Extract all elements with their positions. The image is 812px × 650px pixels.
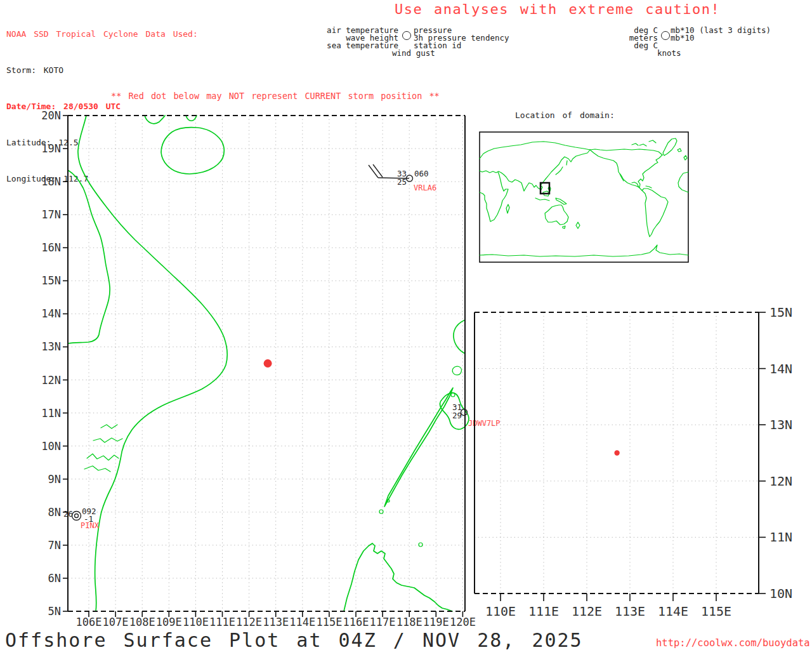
lat-axis-label: 17N bbox=[41, 208, 61, 221]
china-coastline bbox=[145, 116, 165, 124]
mindoro-coastline bbox=[454, 320, 465, 354]
mekong-delta-coastline bbox=[93, 438, 122, 442]
station-circle-icon bbox=[661, 31, 670, 40]
main-map-axes: 106E107E108E109E110E111E112E113E114E115E… bbox=[41, 109, 476, 628]
lat-axis-label: 8N bbox=[48, 506, 61, 519]
legend-wind-gust-label: wind gust bbox=[392, 50, 435, 57]
lat-axis-label: 11N bbox=[769, 529, 792, 545]
lat-axis-label: 15N bbox=[41, 274, 61, 287]
lon-axis-label: 110E bbox=[183, 616, 209, 628]
lat-axis-label: 10N bbox=[769, 586, 792, 601]
lon-axis-label: 120E bbox=[450, 616, 476, 628]
lat-axis-label: 20N bbox=[41, 109, 61, 122]
units-legend: deg C meters deg C knots mb*10 (last 3 d… bbox=[574, 27, 809, 60]
lat-axis-label: 15N bbox=[769, 305, 792, 320]
storm-position-dot bbox=[614, 450, 619, 455]
lon-axis-label: 113E bbox=[615, 604, 645, 619]
storm-datetime-line: Date/Time: 28/0530 UTC bbox=[6, 100, 198, 112]
station-sea-temp: 29 bbox=[452, 411, 462, 420]
world-inset-map bbox=[480, 132, 688, 262]
station-wave-height: 25 bbox=[397, 177, 407, 187]
lat-axis-label: 13N bbox=[41, 340, 61, 353]
buoydata-url-link[interactable]: http://coolwx.com/buoydata bbox=[656, 637, 810, 649]
station-pinx: 26 092 -1 PINX bbox=[63, 507, 100, 530]
plot-title: Offshore Surface Plot at 04Z / NOV 28, 2… bbox=[5, 629, 583, 650]
lat-axis-label: 6N bbox=[48, 572, 61, 585]
storm-position-dot bbox=[264, 359, 272, 368]
lat-axis-label: 18N bbox=[41, 175, 61, 188]
lon-axis-label: 112E bbox=[236, 616, 262, 628]
small-island bbox=[419, 543, 422, 547]
lat-axis-label: 12N bbox=[41, 374, 61, 387]
station-id-label: VRLA6 bbox=[414, 183, 436, 192]
lat-axis-label: 12N bbox=[769, 474, 792, 489]
wind-barb bbox=[369, 165, 378, 178]
lat-axis-label: 13N bbox=[769, 417, 792, 432]
storm-name-line: Storm: KOTO bbox=[6, 64, 198, 76]
lon-axis-label: 107E bbox=[103, 616, 129, 628]
inset-title: Location of domain: bbox=[515, 110, 615, 120]
lat-axis-label: 19N bbox=[41, 142, 61, 155]
lon-axis-label: 119E bbox=[423, 616, 449, 628]
lon-axis-label: 114E bbox=[289, 616, 315, 628]
lon-axis-label: 113E bbox=[263, 616, 289, 628]
lon-axis-label: 114E bbox=[658, 604, 688, 619]
lat-axis-label: 14N bbox=[41, 307, 61, 320]
units-pressure-tendency-label: mb*10 bbox=[671, 34, 695, 42]
mekong-delta-coastline bbox=[87, 454, 119, 460]
lon-axis-label: 110E bbox=[485, 604, 516, 619]
lon-axis-label: 108E bbox=[129, 616, 155, 628]
station-air-temp: 26 bbox=[63, 509, 73, 519]
lon-axis-label: 115E bbox=[701, 604, 731, 619]
lat-axis-label: 11N bbox=[41, 407, 61, 420]
hainan-island bbox=[161, 128, 224, 174]
wind-barb bbox=[373, 164, 383, 177]
busuanga-island bbox=[452, 366, 461, 375]
zoom-sub-map: 110E111E112E113E114E115E15N14N13N12N11N1… bbox=[475, 312, 759, 594]
lat-axis-label: 5N bbox=[48, 605, 61, 618]
station-circle-icon bbox=[402, 31, 411, 40]
legend-station-id-label: station id bbox=[414, 42, 461, 50]
units-knots-label: knots bbox=[657, 50, 681, 57]
lon-axis-label: 116E bbox=[343, 616, 369, 628]
calm-wind-icon bbox=[75, 514, 79, 518]
china-coastline bbox=[186, 116, 197, 121]
main-map: 106E107E108E109E110E111E112E113E114E115E… bbox=[68, 116, 465, 611]
sub-map-axes: 110E111E112E113E114E115E15N14N13N12N11N1… bbox=[475, 305, 792, 619]
mekong-delta-coastline bbox=[84, 466, 110, 472]
station-vrla6: 33 25 060 VRLA6 bbox=[369, 164, 436, 192]
mekong-delta-coastline bbox=[101, 425, 117, 428]
lat-axis-label: 14N bbox=[769, 361, 792, 376]
station-id-label: PINX bbox=[81, 521, 100, 530]
lon-axis-label: 118E bbox=[396, 616, 422, 628]
lon-axis-label: 109E bbox=[156, 616, 182, 628]
lat-axis-label: 9N bbox=[48, 473, 61, 486]
offshore-surface-plot-screen: NOAA SSD Tropical Cyclone Data Used: Sto… bbox=[0, 0, 812, 650]
legend-sea-temperature-label: sea temperature bbox=[287, 42, 398, 50]
palawan-island bbox=[384, 388, 453, 507]
lat-axis-label: 10N bbox=[41, 440, 61, 453]
lon-axis-label: 115E bbox=[316, 616, 342, 628]
lon-axis-label: 117E bbox=[370, 616, 396, 628]
units-deg-c-sea-label: deg C bbox=[574, 42, 658, 50]
station-circle-icon bbox=[72, 512, 81, 521]
station-plot-legend: air temperature wave height sea temperat… bbox=[287, 27, 554, 60]
lon-axis-label: 111E bbox=[209, 616, 235, 628]
lat-axis-label: 16N bbox=[41, 241, 61, 254]
station-pressure: 060 bbox=[414, 169, 429, 178]
vietnam-coastline bbox=[78, 116, 227, 611]
data-source-line: NOAA SSD Tropical Cyclone Data Used: bbox=[6, 28, 198, 40]
lon-axis-label: 106E bbox=[76, 616, 102, 628]
storm-position-warning: ** Red dot below may NOT represent CURRE… bbox=[111, 91, 440, 101]
small-island bbox=[379, 510, 383, 514]
lon-axis-label: 112E bbox=[572, 604, 602, 619]
lat-axis-label: 7N bbox=[48, 539, 61, 552]
lon-axis-label: 111E bbox=[528, 604, 559, 619]
caution-banner: Use analyses with extreme caution! bbox=[395, 1, 720, 17]
small-island bbox=[451, 393, 455, 397]
